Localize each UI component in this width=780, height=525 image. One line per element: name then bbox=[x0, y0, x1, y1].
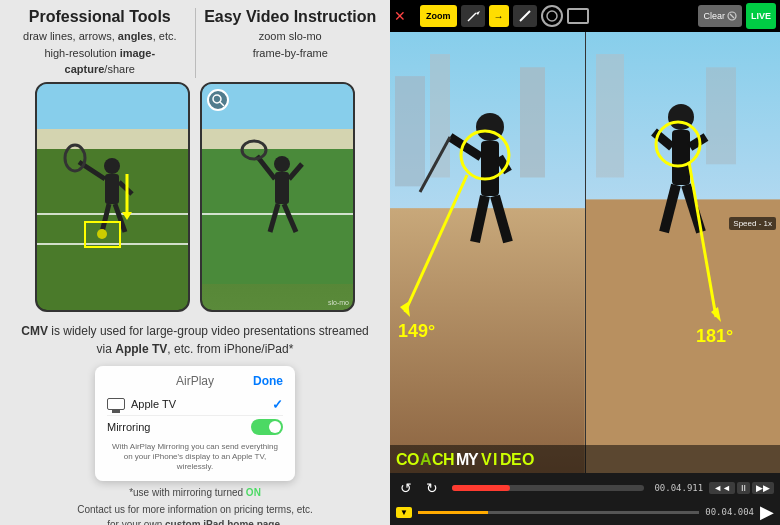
zoom-icon bbox=[207, 89, 229, 111]
redo-btn[interactable]: ↻ bbox=[422, 480, 442, 496]
svg-point-20 bbox=[274, 156, 290, 172]
svg-text:A: A bbox=[420, 451, 432, 468]
rect-tool-btn[interactable] bbox=[567, 8, 589, 24]
clear-icon bbox=[727, 11, 737, 21]
video-right-content: 181° bbox=[586, 32, 781, 473]
svg-rect-39 bbox=[520, 67, 545, 177]
pro-line1: draw lines, arrows, angles, etc. bbox=[11, 28, 189, 45]
video-right: 181° Speed - 1x bbox=[585, 32, 781, 473]
svg-marker-30 bbox=[476, 11, 480, 15]
tennis-player-right-svg bbox=[202, 84, 353, 284]
mirroring-text: Mirroring bbox=[107, 421, 150, 433]
svg-rect-1 bbox=[37, 129, 188, 149]
professional-tools-title: Professional Tools bbox=[11, 8, 189, 26]
svg-line-31 bbox=[520, 11, 530, 21]
svg-point-5 bbox=[104, 158, 120, 174]
circle-icon bbox=[546, 10, 558, 22]
svg-point-32 bbox=[547, 11, 557, 21]
video-left: 149° bbox=[390, 32, 585, 473]
mirroring-toggle[interactable] bbox=[251, 419, 283, 435]
svg-text:I: I bbox=[493, 451, 497, 468]
pause-btn[interactable]: II bbox=[737, 482, 750, 494]
svg-line-28 bbox=[220, 102, 224, 106]
desc-appletv: Apple TV bbox=[115, 342, 167, 356]
tv-icon bbox=[107, 398, 125, 410]
phone-right: slo-mo bbox=[200, 82, 355, 312]
undo-btn[interactable]: ↺ bbox=[396, 480, 416, 496]
airplay-mirroring-row: Mirroring bbox=[107, 416, 283, 438]
close-btn[interactable]: ✕ bbox=[394, 8, 406, 24]
svg-text:149°: 149° bbox=[398, 321, 435, 341]
description-text: CMV is widely used for large-group video… bbox=[10, 322, 380, 358]
svg-rect-53 bbox=[596, 54, 624, 177]
phones-row: 00:01.627 ▶ bbox=[35, 82, 355, 312]
zoom-label: Zoom bbox=[426, 11, 451, 21]
zoom-btn[interactable]: Zoom bbox=[420, 5, 457, 27]
clear-btn[interactable]: Clear bbox=[698, 5, 742, 27]
svg-line-34 bbox=[730, 14, 734, 18]
easy-video-col: Easy Video Instruction zoom slo-mo frame… bbox=[201, 8, 379, 78]
svg-rect-41 bbox=[481, 141, 499, 196]
magnify-icon bbox=[211, 93, 225, 107]
arrow-tool-btn[interactable] bbox=[461, 5, 485, 27]
svg-rect-56 bbox=[672, 130, 690, 185]
watermark-bar: C O A C H M Y V I D E O bbox=[390, 445, 780, 473]
video-controls: ↺ ↻ 00.04.911 ◄◄ II ▶▶ ▼ 00.04.004 bbox=[390, 473, 780, 525]
svg-text:O: O bbox=[407, 451, 419, 468]
svg-rect-17 bbox=[202, 129, 353, 149]
circle-tool-btn[interactable] bbox=[541, 5, 563, 27]
frame-marker-left: ▼ bbox=[396, 507, 412, 518]
right-panel: ✕ Zoom → Clear LIVE bbox=[390, 0, 780, 525]
video-area: 149° bbox=[390, 32, 780, 473]
speed-overlay: Speed - 1x bbox=[729, 217, 776, 230]
svg-rect-37 bbox=[395, 76, 425, 186]
live-btn[interactable]: LIVE bbox=[746, 3, 776, 29]
phone-left: 00:01.627 ▶ bbox=[35, 82, 190, 312]
frame-advance-btns: ◄◄ II ▶▶ bbox=[709, 482, 774, 494]
time-left: 00.04.911 bbox=[654, 483, 703, 493]
video-left-content: 149° bbox=[390, 32, 585, 473]
easy-line1: zoom slo-mo bbox=[201, 28, 379, 45]
live-label: LIVE bbox=[751, 11, 771, 21]
phone-screen-left: 00:01.627 ▶ bbox=[37, 84, 188, 310]
coach-logo-svg: C O A C H M Y V I D E O bbox=[396, 447, 556, 471]
line-tool-btn[interactable] bbox=[513, 5, 537, 27]
svg-line-29 bbox=[468, 13, 476, 21]
svg-text:O: O bbox=[522, 451, 534, 468]
line-icon bbox=[518, 9, 532, 23]
svg-rect-38 bbox=[430, 54, 450, 177]
progress-bar[interactable] bbox=[452, 485, 644, 491]
airplay-done-btn[interactable]: Done bbox=[253, 374, 283, 388]
timeline-bar[interactable] bbox=[418, 511, 699, 514]
left-panel: Professional Tools draw lines, arrows, a… bbox=[0, 0, 390, 525]
svg-rect-52 bbox=[586, 200, 781, 473]
timeline-fill bbox=[418, 511, 488, 514]
on-label: ON bbox=[246, 487, 261, 498]
svg-rect-6 bbox=[105, 174, 119, 204]
svg-text:E: E bbox=[511, 451, 522, 468]
phone-screen-right: slo-mo bbox=[202, 84, 353, 310]
progress-fill bbox=[452, 485, 510, 491]
airplay-note: With AirPlay Mirroring you can send ever… bbox=[107, 442, 283, 473]
svg-text:D: D bbox=[500, 451, 512, 468]
tennis-player-left-svg bbox=[37, 84, 188, 284]
play-btn[interactable]: ▶ bbox=[760, 501, 774, 523]
frame-forward-btn[interactable]: ▶▶ bbox=[752, 482, 774, 494]
time-right: 00.04.004 bbox=[705, 507, 754, 517]
svg-text:181°: 181° bbox=[696, 326, 733, 346]
arrow-right-btn[interactable]: → bbox=[489, 5, 509, 27]
airplay-appletv-row[interactable]: Apple TV ✓ bbox=[107, 394, 283, 416]
custom-ipad: custom iPad home page bbox=[165, 519, 280, 525]
svg-text:V: V bbox=[481, 451, 492, 468]
svg-text:Y: Y bbox=[468, 451, 479, 468]
arrow-label: → bbox=[494, 11, 504, 22]
frame-back-btn[interactable]: ◄◄ bbox=[709, 482, 735, 494]
airplay-box: AirPlay Done Apple TV ✓ Mirroring With A… bbox=[95, 366, 295, 481]
svg-point-15 bbox=[97, 229, 107, 239]
professional-tools-col: Professional Tools draw lines, arrows, a… bbox=[11, 8, 189, 78]
video-toolbar: ✕ Zoom → Clear LIVE bbox=[390, 0, 780, 32]
svg-rect-21 bbox=[275, 172, 289, 204]
svg-text:H: H bbox=[443, 451, 455, 468]
clear-label: Clear bbox=[703, 11, 725, 21]
mirror-note: *use with mirroring turned ON bbox=[129, 487, 261, 498]
